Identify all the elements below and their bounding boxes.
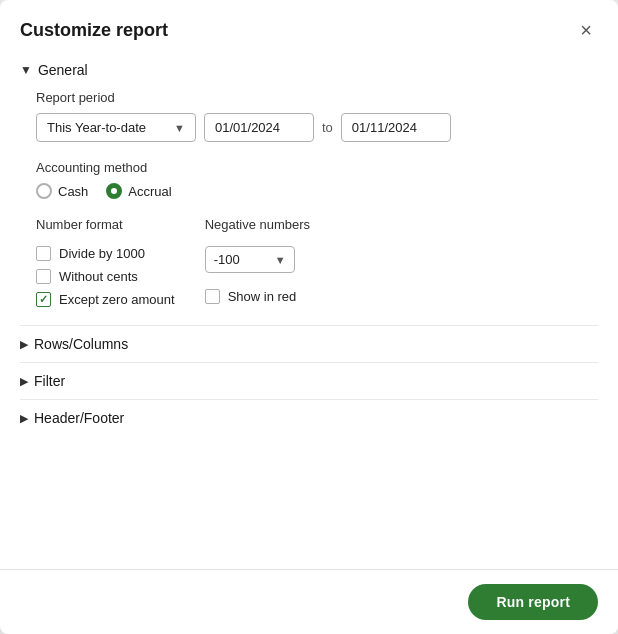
checkbox-divide-by-1000-label: Divide by 1000	[59, 246, 145, 261]
checkbox-without-cents[interactable]: Without cents	[36, 269, 175, 284]
collapsed-sections: ▶ Rows/Columns ▶ Filter ▶ Header/Footer	[20, 325, 598, 436]
rows-columns-label: Rows/Columns	[34, 336, 128, 352]
radio-accrual-label: Accrual	[128, 184, 171, 199]
checkbox-divide-by-1000[interactable]: Divide by 1000	[36, 246, 175, 261]
checkbox-except-zero-label: Except zero amount	[59, 292, 175, 307]
checkbox-show-in-red[interactable]: Show in red	[205, 289, 311, 304]
checkbox-except-zero-box	[36, 292, 51, 307]
radio-cash-circle	[36, 183, 52, 199]
radio-cash[interactable]: Cash	[36, 183, 88, 199]
dialog-title: Customize report	[20, 20, 168, 41]
checkbox-show-in-red-box	[205, 289, 220, 304]
period-select-value: This Year-to-date	[47, 120, 146, 135]
checkbox-show-in-red-label: Show in red	[228, 289, 297, 304]
filter-chevron-icon: ▶	[20, 375, 28, 388]
date-from-input[interactable]	[204, 113, 314, 142]
close-button[interactable]: ×	[574, 18, 598, 42]
header-footer-label: Header/Footer	[34, 410, 124, 426]
filter-label: Filter	[34, 373, 65, 389]
to-label: to	[322, 120, 333, 135]
general-section-header[interactable]: ▼ General	[20, 62, 598, 78]
period-select[interactable]: This Year-to-date ▼	[36, 113, 196, 142]
rows-columns-section[interactable]: ▶ Rows/Columns	[20, 325, 598, 362]
negative-numbers-value: -100	[214, 252, 240, 267]
negative-numbers-select[interactable]: -100 ▼	[205, 246, 295, 273]
radio-accrual[interactable]: Accrual	[106, 183, 171, 199]
general-section-label: General	[38, 62, 88, 78]
dialog-body: ▼ General Report period This Year-to-dat…	[0, 52, 618, 569]
number-format-col: Number format Divide by 1000 Without cen…	[36, 217, 175, 307]
dialog-header: Customize report ×	[0, 0, 618, 52]
checkbox-divide-by-1000-box	[36, 246, 51, 261]
rows-columns-chevron-icon: ▶	[20, 338, 28, 351]
report-period-label: Report period	[36, 90, 598, 105]
general-chevron-icon: ▼	[20, 63, 32, 77]
radio-cash-label: Cash	[58, 184, 88, 199]
run-report-button[interactable]: Run report	[468, 584, 598, 620]
accounting-method-radio-group: Cash Accrual	[36, 183, 598, 199]
checkbox-without-cents-box	[36, 269, 51, 284]
date-to-input[interactable]	[341, 113, 451, 142]
report-period-row: This Year-to-date ▼ to	[36, 113, 598, 142]
dialog-footer: Run report	[0, 569, 618, 634]
header-footer-section[interactable]: ▶ Header/Footer	[20, 399, 598, 436]
customize-report-dialog: Customize report × ▼ General Report peri…	[0, 0, 618, 634]
negative-numbers-col: Negative numbers -100 ▼ Show in red	[205, 217, 311, 307]
filter-section[interactable]: ▶ Filter	[20, 362, 598, 399]
checkbox-except-zero[interactable]: Except zero amount	[36, 292, 175, 307]
number-format-negative-row: Number format Divide by 1000 Without cen…	[36, 217, 598, 307]
accounting-method-label: Accounting method	[36, 160, 598, 175]
period-select-arrow-icon: ▼	[174, 122, 185, 134]
number-format-label: Number format	[36, 217, 175, 232]
header-footer-chevron-icon: ▶	[20, 412, 28, 425]
radio-accrual-circle	[106, 183, 122, 199]
negative-select-arrow-icon: ▼	[275, 254, 286, 266]
checkbox-without-cents-label: Without cents	[59, 269, 138, 284]
negative-numbers-label: Negative numbers	[205, 217, 311, 232]
